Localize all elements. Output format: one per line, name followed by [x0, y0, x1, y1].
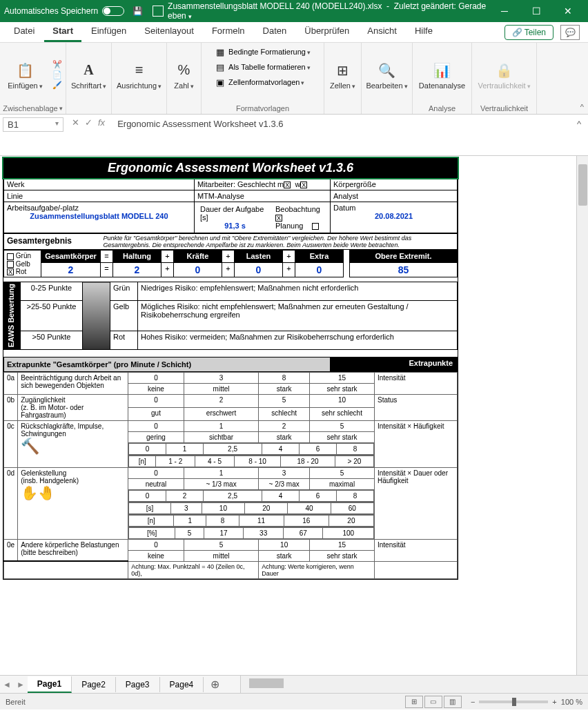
- analysis-icon: 📊: [433, 61, 452, 80]
- clipboard-icon: 📋: [16, 61, 35, 80]
- add-sheet-button[interactable]: ⊕: [204, 678, 226, 691]
- cell-styles[interactable]: ▣Zellenformatvorlagen: [213, 76, 306, 88]
- view-page-layout-button[interactable]: ▭: [424, 696, 442, 708]
- vertical-scrollbar[interactable]: [576, 156, 588, 675]
- aufgabe-cell: Arbeitsaufgabe/-platz Zusammenstellungsb…: [4, 202, 195, 233]
- formula-bar: B1 ▾ ✕ ✓ fx Ergonomic Assessment Workshe…: [0, 115, 588, 156]
- maximize-button[interactable]: ☐: [520, 0, 552, 22]
- zoom-level[interactable]: 100 %: [561, 698, 582, 706]
- eaws-label: EAWS Bewertung: [7, 284, 15, 347]
- sheet-nav-next[interactable]: ►: [14, 680, 28, 689]
- tab-datei[interactable]: Datei: [6, 21, 43, 42]
- format-painter-icon[interactable]: 🖌️: [52, 81, 62, 90]
- doc-title: Ergonomic Assessment Worksheet v1.3.6: [3, 158, 458, 178]
- font-button[interactable]: ASchriftart: [67, 59, 110, 91]
- editing-button[interactable]: 🔍Bearbeiten: [362, 59, 411, 91]
- wrist-icon: ✋🤚: [21, 485, 55, 500]
- alignment-button[interactable]: ≡Ausrichtung: [112, 59, 166, 91]
- tab-hilfe[interactable]: Hilfe: [406, 21, 441, 42]
- ribbon-expand-icon[interactable]: ^: [580, 103, 584, 111]
- percent-icon: %: [175, 61, 194, 80]
- koerper-label: Körpergröße: [331, 179, 458, 190]
- comments-button[interactable]: 💬: [560, 25, 580, 40]
- zoom-in-button[interactable]: +: [552, 698, 556, 706]
- worksheet[interactable]: Ergonomic Assessment Worksheet v1.3.6 We…: [0, 156, 588, 675]
- tab-seitenlayout[interactable]: Seitenlayout: [136, 21, 202, 42]
- cancel-formula-icon[interactable]: ✕: [72, 117, 79, 128]
- font-icon: A: [79, 61, 99, 80]
- view-normal-button[interactable]: ⊞: [405, 696, 423, 708]
- tab-formeln[interactable]: Formeln: [204, 21, 253, 42]
- sheet-tab-page2[interactable]: Page2: [72, 677, 116, 692]
- toggle-icon[interactable]: [102, 6, 124, 16]
- sheet-tab-page1[interactable]: Page1: [28, 676, 72, 693]
- analyst-label: Analyst: [331, 190, 458, 202]
- horizontal-scrollbar[interactable]: [240, 676, 588, 693]
- extra-header-right: Extrapunkte: [331, 357, 458, 371]
- status-bar: Bereit ⊞ ▭ ▥ − + 100 %: [0, 693, 588, 709]
- minimize-button[interactable]: ─: [489, 0, 520, 22]
- sheet-nav-prev[interactable]: ◄: [0, 680, 14, 689]
- group-analyse-label: Analyse: [429, 104, 455, 112]
- sensitivity-icon: 🔒: [495, 61, 514, 80]
- werk-label: Werk: [4, 179, 195, 190]
- cells-icon: ⊞: [333, 61, 353, 80]
- accept-formula-icon[interactable]: ✓: [85, 117, 92, 128]
- sheet-tab-page4[interactable]: Page4: [160, 677, 204, 692]
- tab-ansicht[interactable]: Ansicht: [359, 21, 405, 42]
- title-bar: Automatisches Speichern 💾 Zusammenstellu…: [0, 0, 588, 22]
- cells-button[interactable]: ⊞Zellen: [326, 59, 360, 91]
- autosave-label: Automatisches Speichern: [4, 6, 98, 16]
- mtm-label: MTM-Analyse: [194, 190, 330, 202]
- view-page-break-button[interactable]: ▥: [444, 696, 462, 708]
- share-button[interactable]: 🔗 Teilen: [504, 25, 553, 40]
- sensitivity-button[interactable]: 🔒Vertraulichkeit: [473, 59, 534, 91]
- tab-ueberpruefen[interactable]: Überprüfen: [296, 21, 357, 42]
- zoom-out-button[interactable]: −: [471, 698, 475, 706]
- ribbon-tabs: Datei Start Einfügen Seitenlayout Formel…: [0, 22, 588, 43]
- number-button[interactable]: %Zahl: [170, 59, 197, 91]
- save-icon[interactable]: 💾: [133, 6, 143, 16]
- hammer-icon: 🔨: [21, 438, 39, 455]
- styles-icon: ▣: [215, 77, 226, 88]
- tab-daten[interactable]: Daten: [255, 21, 295, 42]
- group-clipboard-label: Zwischenablage ▾: [3, 104, 63, 112]
- fx-icon[interactable]: fx: [98, 117, 105, 128]
- formula-collapse-icon[interactable]: ^: [573, 117, 585, 130]
- linie-label: Linie: [4, 190, 195, 202]
- sheet-tab-bar: ◄ ► Page1 Page2 Page3 Page4 ⊕: [0, 675, 588, 693]
- tab-start[interactable]: Start: [44, 21, 81, 42]
- window-title: Zusammenstellungsblatt MODELL 240 (MODEL…: [168, 1, 489, 21]
- edit-icon: 🔍: [378, 61, 397, 80]
- group-styles-label: Formatvorlagen: [236, 104, 289, 112]
- cut-icon[interactable]: ✂️: [52, 60, 62, 69]
- status-ready: Bereit: [6, 698, 26, 706]
- data-analysis-button[interactable]: 📊Datenanalyse: [415, 59, 469, 91]
- mitarbeiter-cell: Mitarbeiter: Geschlecht mX wX: [194, 179, 330, 190]
- gesamt-note: Punkte für "Gesamtkörper" berechnen und …: [101, 234, 458, 250]
- tab-einfuegen[interactable]: Einfügen: [83, 21, 135, 42]
- extra-header-left: Extrapunkte "Gesamtkörper" (pro Minute /…: [4, 357, 331, 371]
- gesamt-heading: Gesamtergebnis: [4, 234, 101, 250]
- conditional-formatting[interactable]: ▦Bedingte Formatierung: [213, 46, 312, 58]
- table-icon: ▤: [215, 61, 226, 72]
- copy-icon[interactable]: 📄: [52, 70, 62, 79]
- autosave-toggle[interactable]: Automatisches Speichern: [4, 6, 124, 16]
- paste-button[interactable]: 📋 Einfügen: [3, 59, 46, 91]
- group-sensitivity-label: Vertraulichkeit: [480, 104, 528, 112]
- cond-format-icon: ▦: [215, 46, 226, 57]
- ribbon: 📋 Einfügen ✂️ 📄 🖌️ Zwischenablage ▾ ASch…: [0, 43, 588, 115]
- excel-file-icon: [153, 6, 164, 17]
- format-as-table[interactable]: ▤Als Tabelle formatieren: [213, 61, 312, 73]
- sheet-tab-page3[interactable]: Page3: [116, 677, 160, 692]
- close-button[interactable]: ✕: [552, 0, 584, 22]
- formula-input[interactable]: Ergonomic Assessment Worksheet v1.3.6: [113, 117, 573, 130]
- align-icon: ≡: [130, 61, 149, 80]
- name-box[interactable]: B1 ▾: [3, 117, 63, 132]
- zoom-slider[interactable]: [479, 701, 548, 703]
